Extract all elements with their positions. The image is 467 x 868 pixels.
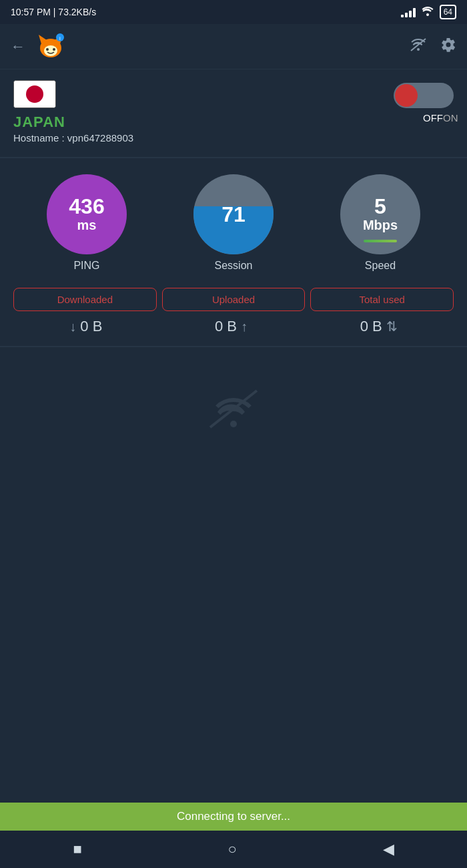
- wifi-icon: [421, 5, 434, 19]
- toggle-knob: [395, 84, 418, 107]
- toggle-off-label: OFF: [423, 112, 443, 124]
- svg-point-5: [53, 48, 55, 51]
- total-used-item: 0 B ⇅: [360, 318, 398, 335]
- status-time: 10:57 PM: [11, 7, 51, 17]
- downloaded-label: Downloaded: [21, 294, 149, 305]
- nav-right: [410, 37, 456, 57]
- vpn-toggle[interactable]: [394, 83, 454, 108]
- toggle-labels: OFF ON: [394, 112, 454, 124]
- country-name: JAPAN: [13, 114, 133, 131]
- hostname: Hostname : vpn647288903: [13, 132, 133, 144]
- total-used-value: 0 B: [360, 318, 382, 335]
- downloaded-item: ↓ 0 B: [69, 318, 102, 335]
- settings-icon[interactable]: [440, 37, 456, 57]
- svg-text:i: i: [59, 35, 61, 41]
- session-circle: 71: [193, 174, 274, 254]
- nav-left: ← i: [11, 32, 65, 61]
- uploaded-label: Uploaded: [169, 294, 298, 305]
- signal-icon: [401, 7, 416, 17]
- stats-circles: 436 ms PING 71 Session 5 Mbps Speed: [13, 174, 454, 272]
- country-info: JAPAN Hostname : vpn647288903: [13, 80, 133, 144]
- country-section: JAPAN Hostname : vpn647288903 OFF ON: [0, 69, 467, 158]
- total-used-box: Total used: [310, 288, 454, 311]
- speed-underline: [364, 240, 397, 242]
- uploaded-item: 0 B ↑: [215, 318, 248, 335]
- toggle-area: OFF ON: [394, 83, 454, 124]
- uploaded-value: 0 B: [215, 318, 237, 335]
- back-button[interactable]: ←: [11, 38, 25, 55]
- session-label: Session: [215, 260, 253, 272]
- ping-unit: ms: [77, 217, 97, 233]
- top-nav: ← i: [0, 24, 467, 69]
- speed-circle: 5 Mbps: [340, 174, 420, 254]
- japan-flag: [13, 80, 56, 108]
- download-arrow-icon: ↓: [69, 319, 76, 335]
- total-used-label: Total used: [318, 294, 446, 305]
- speed-stat: 5 Mbps Speed: [340, 174, 420, 272]
- downloaded-value: 0 B: [80, 318, 102, 335]
- back-nav-button[interactable]: ◀: [383, 841, 394, 858]
- upload-arrow-icon: ↑: [241, 319, 248, 335]
- downloaded-box: Downloaded: [13, 288, 157, 311]
- total-arrow-icon: ⇅: [386, 318, 398, 335]
- battery-icon: 64: [440, 5, 456, 19]
- stop-button[interactable]: ■: [73, 841, 81, 858]
- speed-unit: Mbps: [363, 218, 398, 232]
- session-value: 71: [221, 202, 246, 227]
- data-boxes: Downloaded Uploaded Total used: [13, 288, 454, 311]
- status-speed: 73.2KB/s: [58, 7, 96, 17]
- home-button[interactable]: ○: [227, 841, 236, 858]
- vpn-signal-icon[interactable]: [410, 37, 427, 56]
- session-stat: 71 Session: [193, 174, 274, 272]
- center-wifi-slash-icon: [207, 387, 260, 431]
- status-time-speed: 10:57 PM | 73.2KB/s: [11, 7, 96, 17]
- data-values-row: ↓ 0 B 0 B ↑ 0 B ⇅: [13, 318, 454, 335]
- ping-label: PING: [73, 260, 99, 272]
- ping-stat: 436 ms PING: [47, 174, 127, 272]
- speed-value: 5: [374, 194, 386, 218]
- ping-circle: 436 ms: [47, 174, 127, 254]
- ping-value: 436: [69, 196, 104, 217]
- battery-level: 64: [444, 7, 452, 17]
- connecting-banner: Connecting to server...: [0, 803, 467, 831]
- speed-label: Speed: [365, 260, 396, 272]
- stats-section: 436 ms PING 71 Session 5 Mbps Speed: [0, 158, 467, 347]
- status-bar: 10:57 PM | 73.2KB/s 64: [0, 0, 467, 24]
- status-icons: 64: [401, 5, 456, 19]
- toggle-on-label: ON: [443, 112, 458, 124]
- app-logo: i: [36, 32, 65, 61]
- svg-point-1: [44, 45, 57, 56]
- connecting-text: Connecting to server...: [177, 810, 290, 823]
- bottom-nav: ■ ○ ◀: [0, 831, 467, 868]
- uploaded-box: Uploaded: [162, 288, 306, 311]
- svg-point-4: [46, 48, 49, 51]
- center-area: [0, 347, 467, 471]
